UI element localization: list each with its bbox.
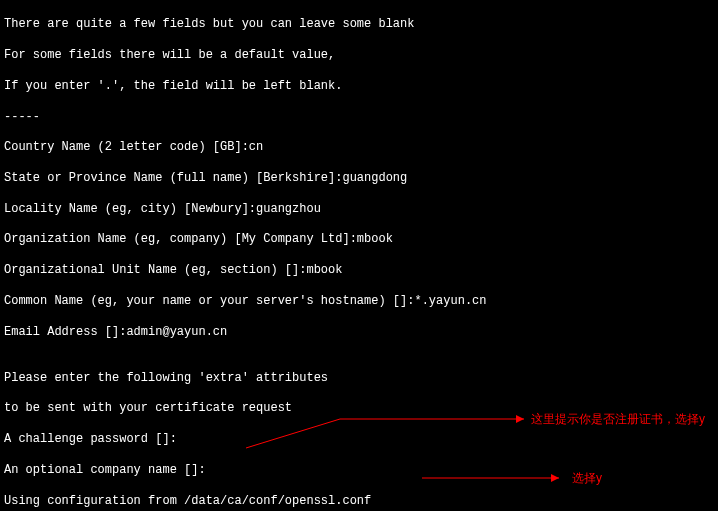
- term-line: A challenge password []:: [4, 432, 714, 447]
- term-line: -----: [4, 110, 714, 125]
- term-line: Please enter the following 'extra' attri…: [4, 371, 714, 386]
- terminal-output: There are quite a few fields but you can…: [0, 0, 718, 511]
- annotation-text-commit: 选择y: [572, 471, 602, 486]
- term-line: For some fields there will be a default …: [4, 48, 714, 63]
- term-line: Country Name (2 letter code) [GB]:cn: [4, 140, 714, 155]
- annotation-text-sign: 这里提示你是否注册证书，选择y: [531, 412, 705, 427]
- term-line: Organization Name (eg, company) [My Comp…: [4, 232, 714, 247]
- term-line: Organizational Unit Name (eg, section) […: [4, 263, 714, 278]
- term-line: State or Province Name (full name) [Berk…: [4, 171, 714, 186]
- term-line: If you enter '.', the field will be left…: [4, 79, 714, 94]
- term-line: There are quite a few fields but you can…: [4, 17, 714, 32]
- term-line: Email Address []:admin@yayun.cn: [4, 325, 714, 340]
- term-line: Common Name (eg, your name or your serve…: [4, 294, 714, 309]
- term-line: Using configuration from /data/ca/conf/o…: [4, 494, 714, 509]
- term-line: Locality Name (eg, city) [Newbury]:guang…: [4, 202, 714, 217]
- term-line: An optional company name []:: [4, 463, 714, 478]
